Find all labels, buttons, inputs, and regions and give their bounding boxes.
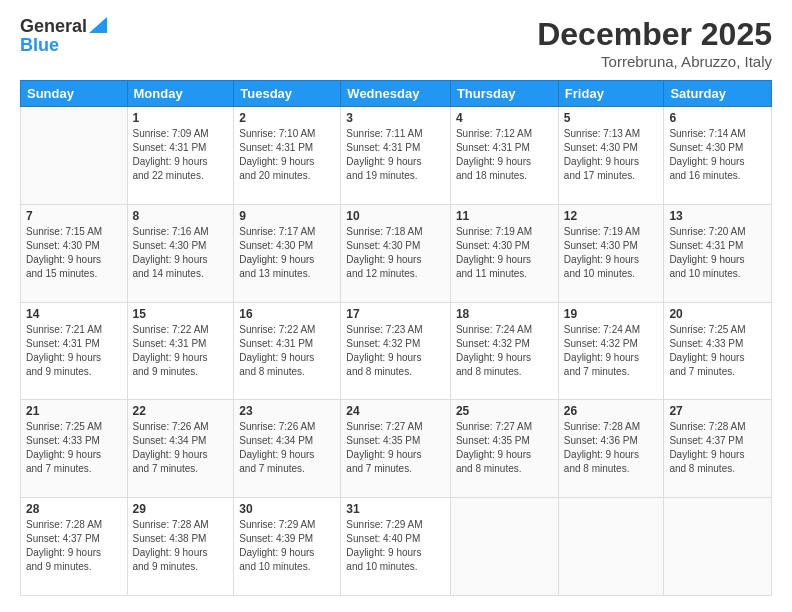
calendar-cell: 26Sunrise: 7:28 AM Sunset: 4:36 PM Dayli… [558,400,664,498]
logo-blue: Blue [20,35,59,55]
calendar-cell: 2Sunrise: 7:10 AM Sunset: 4:31 PM Daylig… [234,107,341,205]
day-number: 17 [346,307,445,321]
calendar-cell: 3Sunrise: 7:11 AM Sunset: 4:31 PM Daylig… [341,107,451,205]
day-number: 21 [26,404,122,418]
day-info: Sunrise: 7:11 AM Sunset: 4:31 PM Dayligh… [346,127,445,183]
calendar-cell: 22Sunrise: 7:26 AM Sunset: 4:34 PM Dayli… [127,400,234,498]
day-number: 25 [456,404,553,418]
day-info: Sunrise: 7:28 AM Sunset: 4:36 PM Dayligh… [564,420,659,476]
calendar-cell [450,498,558,596]
calendar-cell: 7Sunrise: 7:15 AM Sunset: 4:30 PM Daylig… [21,204,128,302]
day-info: Sunrise: 7:17 AM Sunset: 4:30 PM Dayligh… [239,225,335,281]
day-info: Sunrise: 7:28 AM Sunset: 4:37 PM Dayligh… [669,420,766,476]
day-number: 28 [26,502,122,516]
calendar-cell: 24Sunrise: 7:27 AM Sunset: 4:35 PM Dayli… [341,400,451,498]
day-info: Sunrise: 7:15 AM Sunset: 4:30 PM Dayligh… [26,225,122,281]
calendar-cell [558,498,664,596]
day-number: 5 [564,111,659,125]
day-info: Sunrise: 7:23 AM Sunset: 4:32 PM Dayligh… [346,323,445,379]
calendar-cell: 29Sunrise: 7:28 AM Sunset: 4:38 PM Dayli… [127,498,234,596]
day-number: 6 [669,111,766,125]
day-info: Sunrise: 7:14 AM Sunset: 4:30 PM Dayligh… [669,127,766,183]
day-number: 31 [346,502,445,516]
day-number: 4 [456,111,553,125]
day-number: 27 [669,404,766,418]
col-saturday: Saturday [664,81,772,107]
day-info: Sunrise: 7:26 AM Sunset: 4:34 PM Dayligh… [239,420,335,476]
calendar-cell: 10Sunrise: 7:18 AM Sunset: 4:30 PM Dayli… [341,204,451,302]
day-number: 23 [239,404,335,418]
calendar-cell: 12Sunrise: 7:19 AM Sunset: 4:30 PM Dayli… [558,204,664,302]
calendar-week-row: 14Sunrise: 7:21 AM Sunset: 4:31 PM Dayli… [21,302,772,400]
calendar-cell: 23Sunrise: 7:26 AM Sunset: 4:34 PM Dayli… [234,400,341,498]
month-title: December 2025 [537,16,772,53]
calendar-cell: 11Sunrise: 7:19 AM Sunset: 4:30 PM Dayli… [450,204,558,302]
col-wednesday: Wednesday [341,81,451,107]
day-info: Sunrise: 7:27 AM Sunset: 4:35 PM Dayligh… [346,420,445,476]
day-number: 22 [133,404,229,418]
logo-text: General [20,16,107,37]
day-number: 2 [239,111,335,125]
col-thursday: Thursday [450,81,558,107]
day-info: Sunrise: 7:22 AM Sunset: 4:31 PM Dayligh… [133,323,229,379]
day-info: Sunrise: 7:18 AM Sunset: 4:30 PM Dayligh… [346,225,445,281]
calendar-cell: 8Sunrise: 7:16 AM Sunset: 4:30 PM Daylig… [127,204,234,302]
calendar-cell: 6Sunrise: 7:14 AM Sunset: 4:30 PM Daylig… [664,107,772,205]
calendar-cell: 1Sunrise: 7:09 AM Sunset: 4:31 PM Daylig… [127,107,234,205]
logo: General Blue [20,16,107,56]
day-number: 15 [133,307,229,321]
col-monday: Monday [127,81,234,107]
day-number: 11 [456,209,553,223]
calendar-cell: 31Sunrise: 7:29 AM Sunset: 4:40 PM Dayli… [341,498,451,596]
calendar-cell [21,107,128,205]
day-info: Sunrise: 7:19 AM Sunset: 4:30 PM Dayligh… [564,225,659,281]
day-info: Sunrise: 7:25 AM Sunset: 4:33 PM Dayligh… [26,420,122,476]
day-info: Sunrise: 7:28 AM Sunset: 4:37 PM Dayligh… [26,518,122,574]
calendar-cell: 25Sunrise: 7:27 AM Sunset: 4:35 PM Dayli… [450,400,558,498]
header: General Blue December 2025 Torrebruna, A… [20,16,772,70]
calendar-week-row: 28Sunrise: 7:28 AM Sunset: 4:37 PM Dayli… [21,498,772,596]
day-number: 12 [564,209,659,223]
day-info: Sunrise: 7:29 AM Sunset: 4:39 PM Dayligh… [239,518,335,574]
col-friday: Friday [558,81,664,107]
day-info: Sunrise: 7:12 AM Sunset: 4:31 PM Dayligh… [456,127,553,183]
day-info: Sunrise: 7:27 AM Sunset: 4:35 PM Dayligh… [456,420,553,476]
calendar-cell: 14Sunrise: 7:21 AM Sunset: 4:31 PM Dayli… [21,302,128,400]
day-info: Sunrise: 7:21 AM Sunset: 4:31 PM Dayligh… [26,323,122,379]
calendar-cell: 20Sunrise: 7:25 AM Sunset: 4:33 PM Dayli… [664,302,772,400]
day-number: 9 [239,209,335,223]
day-number: 20 [669,307,766,321]
day-number: 29 [133,502,229,516]
calendar-cell: 16Sunrise: 7:22 AM Sunset: 4:31 PM Dayli… [234,302,341,400]
day-number: 24 [346,404,445,418]
calendar-cell: 19Sunrise: 7:24 AM Sunset: 4:32 PM Dayli… [558,302,664,400]
day-number: 30 [239,502,335,516]
day-info: Sunrise: 7:10 AM Sunset: 4:31 PM Dayligh… [239,127,335,183]
calendar-table: Sunday Monday Tuesday Wednesday Thursday… [20,80,772,596]
day-info: Sunrise: 7:16 AM Sunset: 4:30 PM Dayligh… [133,225,229,281]
day-number: 1 [133,111,229,125]
calendar-cell: 4Sunrise: 7:12 AM Sunset: 4:31 PM Daylig… [450,107,558,205]
day-number: 13 [669,209,766,223]
location: Torrebruna, Abruzzo, Italy [537,53,772,70]
calendar-cell: 28Sunrise: 7:28 AM Sunset: 4:37 PM Dayli… [21,498,128,596]
calendar-cell: 13Sunrise: 7:20 AM Sunset: 4:31 PM Dayli… [664,204,772,302]
calendar-cell: 17Sunrise: 7:23 AM Sunset: 4:32 PM Dayli… [341,302,451,400]
day-number: 26 [564,404,659,418]
calendar-week-row: 7Sunrise: 7:15 AM Sunset: 4:30 PM Daylig… [21,204,772,302]
day-info: Sunrise: 7:13 AM Sunset: 4:30 PM Dayligh… [564,127,659,183]
day-info: Sunrise: 7:25 AM Sunset: 4:33 PM Dayligh… [669,323,766,379]
day-number: 16 [239,307,335,321]
day-info: Sunrise: 7:26 AM Sunset: 4:34 PM Dayligh… [133,420,229,476]
calendar-cell [664,498,772,596]
logo-triangle-icon [89,17,107,33]
calendar-cell: 18Sunrise: 7:24 AM Sunset: 4:32 PM Dayli… [450,302,558,400]
calendar-cell: 9Sunrise: 7:17 AM Sunset: 4:30 PM Daylig… [234,204,341,302]
day-info: Sunrise: 7:20 AM Sunset: 4:31 PM Dayligh… [669,225,766,281]
logo-general: General [20,16,87,37]
title-block: December 2025 Torrebruna, Abruzzo, Italy [537,16,772,70]
day-info: Sunrise: 7:09 AM Sunset: 4:31 PM Dayligh… [133,127,229,183]
day-number: 10 [346,209,445,223]
day-info: Sunrise: 7:29 AM Sunset: 4:40 PM Dayligh… [346,518,445,574]
svg-marker-0 [89,17,107,33]
